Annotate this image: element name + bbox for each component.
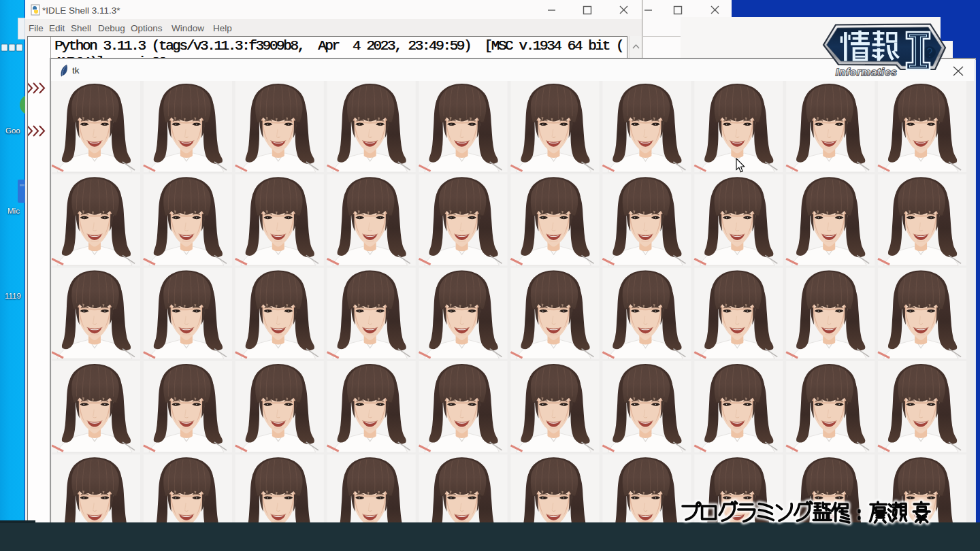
svg-text:Informatics: Informatics — [836, 67, 897, 78]
